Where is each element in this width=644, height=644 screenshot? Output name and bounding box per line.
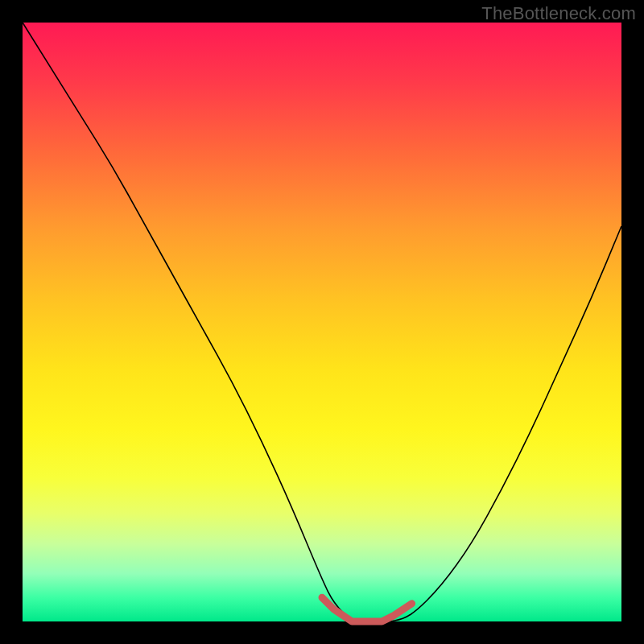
plot-area xyxy=(23,23,621,621)
curve-svg xyxy=(23,23,621,621)
optimal-zone-highlight xyxy=(322,597,412,621)
bottleneck-curve xyxy=(23,23,621,621)
chart-frame: TheBottleneck.com xyxy=(0,0,644,644)
watermark-text: TheBottleneck.com xyxy=(481,3,636,24)
